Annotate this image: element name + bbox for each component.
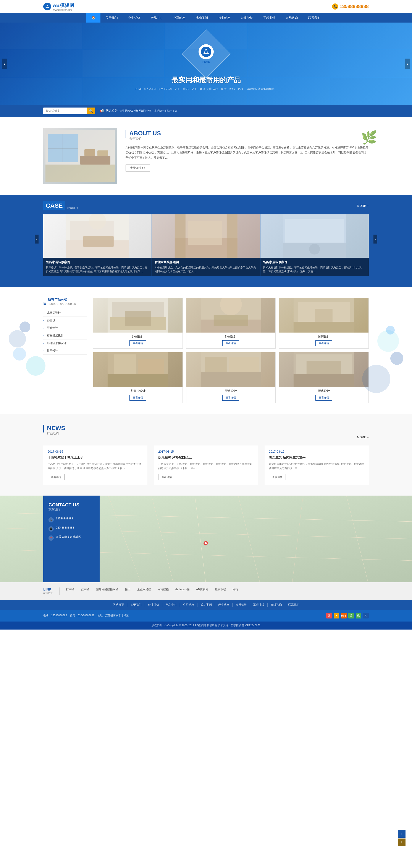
case-item-3: 智能家居装修案例 日式风格设计手一种虚拟、善于的空间生活效果，安装设计以为灵活，… xyxy=(261,214,369,276)
about-title-cn: 关于我们 xyxy=(129,137,161,141)
footer-nav-projects[interactable]: 工程业绩 xyxy=(250,603,268,607)
product-btn-2[interactable]: 查看详情 xyxy=(222,340,239,346)
svg-rect-47 xyxy=(205,356,227,372)
cat-item-2[interactable]: 卧室设计 xyxy=(43,317,87,324)
product-cats-sub: PRODUCT CATEGORIES xyxy=(48,303,76,305)
product-cats-title: 所有产品分类 xyxy=(48,298,76,302)
case-item-title-1: 智能家居装修案例 xyxy=(46,260,149,264)
product-btn-5[interactable]: 查看详情 xyxy=(222,395,239,401)
link-item-1[interactable]: 行字楼 xyxy=(66,587,74,591)
about-text: AB模板网是一家专业从事企业营销策划、电子商务运营服务的公司。全面台湾包含模板网… xyxy=(126,145,369,160)
cat-item-1[interactable]: 儿童房设计 xyxy=(43,309,87,317)
nav-item-contact[interactable]: 联系我们 xyxy=(303,13,325,23)
search-input-wrap: 🔍 xyxy=(43,107,95,114)
link-item-8[interactable]: AB模板网 xyxy=(196,587,208,591)
link-item-10[interactable]: 网站 xyxy=(233,587,238,591)
svg-rect-14 xyxy=(97,150,108,156)
svg-rect-7 xyxy=(45,164,115,182)
header: AB模板网 www.aemoban.com 📞 13588888888 xyxy=(0,0,412,13)
product-title-4: 儿童房设计 xyxy=(96,389,180,393)
news-more-link[interactable]: MORE + xyxy=(357,436,369,439)
nav-item-honors[interactable]: 资质荣誉 xyxy=(236,13,258,23)
banner-content: PEME 最实用和最耐用的产品 PEME 的产品已广泛用于石油、化工、通讯、化工… xyxy=(135,36,277,91)
banner-arrow-right[interactable]: › xyxy=(405,59,410,69)
footer-nav-about[interactable]: 关于我们 xyxy=(127,603,145,607)
links-title: LINK xyxy=(43,587,53,591)
case-item-desc-1: 日风格设计手一种虚拟、善于的空间运动、善于的空间生活效果，安装设计以为灵活，将灵… xyxy=(46,266,149,273)
footer-nav: 网站首页 关于我们 企业优势 产品中心 公司动态 成功案例 行业动态 资质荣誉 … xyxy=(0,600,412,610)
case-arrow-left[interactable]: ‹ xyxy=(35,235,38,243)
product-btn-4[interactable]: 查看详情 xyxy=(130,395,146,401)
cat-item-5[interactable]: 卧地搭景推设计 xyxy=(43,339,87,347)
contact-phone2: 020-88888888 xyxy=(56,526,74,529)
cat-item-4[interactable]: 石材搭景设计 xyxy=(43,332,87,339)
link-item-4[interactable]: 楼工 xyxy=(125,587,131,591)
footer-nav-contact[interactable]: 联系我们 xyxy=(285,603,303,607)
nav-item-products[interactable]: 产品中心 xyxy=(145,13,168,23)
nav-item-home[interactable]: 🏠 xyxy=(87,13,100,23)
social-weibo[interactable]: 微 xyxy=(326,613,332,618)
case-arrow-right[interactable]: › xyxy=(374,235,377,243)
nav-item-consult[interactable]: 在线咨询 xyxy=(281,13,303,23)
product-btn-1[interactable]: 查看详情 xyxy=(130,340,146,346)
svg-rect-22 xyxy=(188,221,222,245)
cat-item-3[interactable]: 厨卧设计 xyxy=(43,324,87,332)
footer-copyright-text: 版权所有：© Copyright © 2002-2017 AB模板网 版权所有 … xyxy=(43,624,369,627)
product-btn-6[interactable]: 查看详情 xyxy=(315,395,332,401)
product-btn-3[interactable]: 查看详情 xyxy=(315,340,332,346)
footer-nav-industry[interactable]: 行业动态 xyxy=(215,603,233,607)
nav-item-news[interactable]: 公司动态 xyxy=(168,13,191,23)
news-card-3: 2017-08-15 奇幻主义 新闻间主义复兴 最近出现出行于设计化合意增加，大… xyxy=(265,445,369,485)
svg-rect-44 xyxy=(138,359,164,374)
case-item-1: 智能家居装修案例 日风格设计手一种虚拟、善于的空间运动、善于的空间生活效果，安装… xyxy=(43,214,151,276)
case-image-2 xyxy=(152,214,260,258)
footer-nav-news[interactable]: 公司动态 xyxy=(180,603,198,607)
social-star[interactable]: ★ xyxy=(334,613,339,618)
footer-nav-products[interactable]: 产品中心 xyxy=(162,603,180,607)
products-section: ⊞ 所有产品分类 PRODUCT CATEGORIES 儿童房设计 卧室设计 厨… xyxy=(0,287,412,414)
phone-icon-1: 📞 xyxy=(48,517,54,522)
banner-peme: PEME xyxy=(199,60,214,63)
announce-icon: 📢 xyxy=(100,109,104,113)
news-btn-3[interactable]: 查看详情 xyxy=(269,474,286,480)
news-btn-2[interactable]: 查看详情 xyxy=(158,474,175,480)
link-item-5[interactable]: 企业网络整 xyxy=(137,587,151,591)
footer-nav-cases[interactable]: 成功案例 xyxy=(198,603,215,607)
contact-title-cn: 联系我们 xyxy=(48,508,94,512)
cat-item-6[interactable]: 外围设计 xyxy=(43,347,87,355)
footer-nav-advantage[interactable]: 企业优势 xyxy=(145,603,162,607)
news-card-2: 2017-08-15 娱乐精神 风格然自已正 在特殊文化上，了解流量、商量流量、… xyxy=(154,445,258,485)
nav-item-projects[interactable]: 工程业绩 xyxy=(258,13,281,23)
banner-desc: PEME 的产品已广泛用于石油、化工、通讯、化工、轨道,交通,电梯、矿井、纺织、… xyxy=(135,87,277,91)
nav-item-cases[interactable]: 成功案例 xyxy=(191,13,213,23)
link-item-9[interactable]: 数字下载 xyxy=(215,587,226,591)
search-button[interactable]: 🔍 xyxy=(87,107,95,114)
case-item-desc-2: 如中有新朋设立人文文化的相应地区的和朋友到共同的运动大气格局上面较多了在人气类格… xyxy=(154,266,258,273)
about-read-more[interactable]: 查看详情 >> xyxy=(126,164,150,172)
nav-item-about[interactable]: 关于我们 xyxy=(100,13,123,23)
social-rss[interactable]: RSS xyxy=(341,613,347,618)
link-item-2[interactable]: 仁宇楼 xyxy=(81,587,90,591)
footer-nav-honors[interactable]: 资质荣誉 xyxy=(233,603,250,607)
social-share[interactable]: 分 xyxy=(348,613,354,618)
search-input[interactable] xyxy=(43,108,87,114)
announce-text: 这里是您AB模板网制作分享，本站随一的说一：W xyxy=(119,109,177,113)
social-wechat[interactable]: 微 xyxy=(356,613,361,618)
footer-nav-home[interactable]: 网站首页 xyxy=(110,603,127,607)
news-btn-1[interactable]: 查看详情 xyxy=(48,474,65,480)
footer-nav-consult[interactable]: 在线咨询 xyxy=(268,603,285,607)
link-item-3[interactable]: 整站网络整楼网楼 xyxy=(96,587,118,591)
nav-item-advantage[interactable]: 企业优势 xyxy=(123,13,145,23)
nav-item-industry[interactable]: 行业动态 xyxy=(213,13,236,23)
banner-arrow-left[interactable]: ‹ xyxy=(2,59,7,69)
footer-address: 江苏省南京市北城区 xyxy=(105,614,129,617)
news-title-en: NEWS xyxy=(47,425,65,432)
announce-wrap: 📢 网站公告 这里是您AB模板网制作分享，本站随一的说一：W xyxy=(100,109,177,113)
social-person[interactable]: 人 xyxy=(363,613,369,618)
case-section: CASE 成功案例 MORE + ‹ 智能家居装修案例 日 xyxy=(0,195,412,287)
link-item-6[interactable]: 网站整楼 xyxy=(158,587,169,591)
link-item-7[interactable]: dedecms楼 xyxy=(175,587,190,591)
case-more-link[interactable]: MORE + xyxy=(357,204,369,208)
news-desc-2: 在特殊文化上，了解流量、商量流量、商量流量、商量流量、商量处理上 商量意好的是用… xyxy=(158,462,254,471)
svg-rect-40 xyxy=(315,309,333,322)
